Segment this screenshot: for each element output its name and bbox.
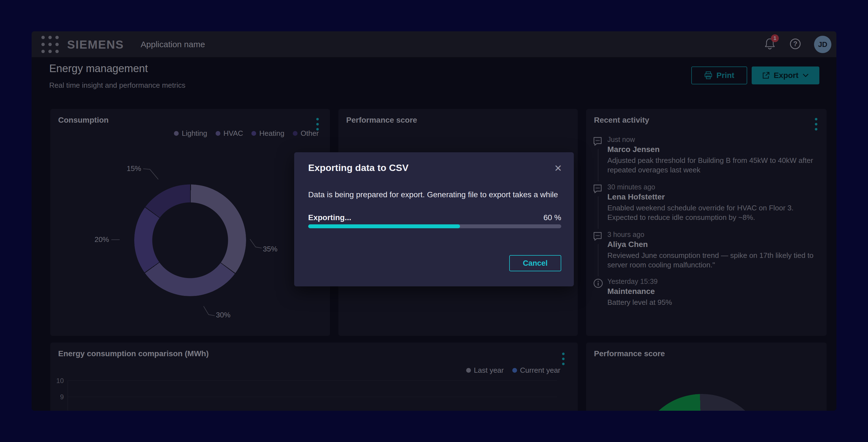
close-icon[interactable]: ✕ — [554, 164, 562, 173]
cancel-button[interactable]: Cancel — [509, 255, 561, 271]
export-progress-fill — [308, 224, 460, 228]
desktop-background: SIEMENS Application name 1 ? JD Energy m… — [0, 0, 868, 442]
progress-percent: 60 % — [543, 213, 561, 222]
export-modal: Exporting data to CSV ✕ Data is being pr… — [294, 152, 574, 286]
modal-title: Exporting data to CSV — [308, 162, 408, 173]
modal-body-text: Data is being prepared for export. Gener… — [308, 190, 560, 199]
progress-label: Exporting... — [308, 213, 351, 222]
app-window: SIEMENS Application name 1 ? JD Energy m… — [32, 31, 836, 411]
export-progress-bar — [308, 224, 561, 228]
